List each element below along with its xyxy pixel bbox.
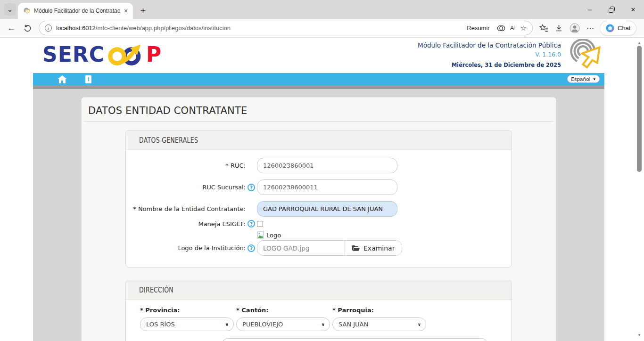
scroll-down-icon[interactable]: ▼ (636, 332, 643, 338)
help-icon[interactable]: ? (248, 184, 255, 191)
vertical-scrollbar[interactable]: ▲ ▼ (636, 38, 643, 341)
sercop-logo-text: SER (42, 42, 89, 66)
copilot-chat-button[interactable]: Chat (600, 21, 636, 35)
canton-label: * Cantón: (236, 307, 330, 314)
browser-tab-active[interactable]: Módulo Facilitador de la Contratación Pú… (18, 3, 133, 19)
restore-button[interactable] (601, 0, 622, 19)
ruc-input[interactable] (257, 158, 397, 173)
copilot-icon (606, 24, 614, 32)
chevron-down-icon: ∨ (322, 322, 325, 327)
app-version: V. 1.16.0 (418, 51, 561, 58)
logo-filename: LOGO GAD.jpg (257, 241, 345, 255)
main-panel: DATOS ENTIDAD CONTRATANTE DATOS GENERALE… (81, 97, 556, 341)
logo-preview-row: Logo (257, 231, 512, 239)
folder-icon (352, 245, 360, 251)
minimize-button[interactable]: ─ (579, 0, 601, 19)
read-aloud-icon[interactable]: A⁾ (510, 24, 516, 32)
page-content: DATOS ENTIDAD CONTRATANTE DATOS GENERALE… (33, 89, 604, 341)
nombre-label: * Nombre de la Entidad Contratante: (126, 205, 246, 212)
chevron-down-icon: ∨ (593, 77, 596, 81)
chevron-down-icon: ∨ (225, 322, 229, 327)
download-icon[interactable] (555, 24, 563, 32)
page-title: DATOS ENTIDAD CONTRATANTE (88, 105, 549, 116)
help-icon[interactable]: ? (248, 220, 255, 227)
new-tab-button[interactable]: + (140, 6, 146, 15)
parroquia-value: SAN JUAN (339, 321, 368, 328)
address-bar[interactable]: i localhost:6012/mfc-cliente/web/app.php… (39, 21, 533, 35)
resumir-button[interactable]: Resumir (467, 24, 489, 32)
chevron-down-icon: ⌄ (7, 6, 13, 13)
page-viewport: SERC P Módulo Facilitador de la Contrata… (0, 38, 644, 341)
parroquia-select[interactable]: SAN JUAN ∨ (332, 317, 426, 331)
browser-titlebar: ⌄ Módulo Facilitador de la Contratación … (0, 0, 644, 19)
ruc-sucursal-input[interactable] (257, 179, 397, 195)
site-info-icon[interactable]: i (45, 24, 52, 32)
url-text: localhost:6012/mfc-cliente/web/app.php/p… (56, 24, 231, 32)
scrollbar-thumb[interactable] (637, 46, 642, 172)
restore-icon (609, 7, 615, 13)
direccion-card: DIRECCIÓN * Provincia: LOS RÍOS ∨ (125, 280, 512, 341)
direccion-header: DIRECCIÓN (126, 280, 512, 300)
sercop-logo: SERC P (42, 42, 162, 66)
logo-row: Logo de la Institución: ? LOGO GAD.jpg (126, 240, 512, 256)
broken-image-icon (257, 231, 266, 239)
language-value: Español (571, 76, 590, 82)
chat-label: Chat (618, 24, 630, 32)
esigef-label: Maneja ESIGEF: (126, 220, 246, 227)
language-select[interactable]: Español ∨ (567, 75, 600, 83)
ruc-sucursal-row: RUC Sucursal: ? (126, 179, 512, 195)
favorites-icon[interactable] (539, 24, 548, 32)
parroquia-label: * Parroquia: (332, 307, 426, 314)
ruc-row: * RUC: (126, 158, 512, 173)
favorite-star-icon[interactable]: ☆ (520, 24, 527, 32)
app-header: SERC P Módulo Facilitador de la Contrata… (33, 38, 604, 73)
scroll-up-icon[interactable]: ▲ (636, 40, 643, 46)
app-date: Miércoles, 31 de Diciembre de 2025 (418, 62, 561, 68)
examinar-label: Examinar (363, 244, 395, 252)
tab-search-button[interactable]: ⌄ (4, 3, 16, 16)
refresh-icon[interactable] (22, 24, 33, 32)
sercop-logo-rings-icon (104, 43, 148, 66)
home-icon[interactable] (58, 75, 67, 83)
ruc-label: * RUC: (126, 162, 246, 169)
canton-value: PUEBLOVIEJO (242, 321, 283, 328)
chevron-down-icon: ∨ (418, 322, 421, 327)
datos-generales-header: DATOS GENERALES (126, 130, 512, 150)
ruc-sucursal-label: RUC Sucursal: (126, 184, 246, 191)
section-title: DATOS GENERALES (139, 136, 198, 145)
app-title: Módulo Facilitador de la Contratación Pú… (418, 41, 561, 49)
esigef-checkbox[interactable] (257, 221, 263, 227)
logo-label: Logo de la Institución: (126, 244, 246, 252)
tab-close-icon[interactable]: ✕ (122, 7, 130, 15)
provincia-label: * Provincia: (140, 307, 234, 314)
logo-alt-text: Logo (266, 232, 281, 239)
back-icon[interactable]: ← (6, 23, 17, 33)
examinar-button[interactable]: Examinar (345, 241, 402, 255)
logo-file-input[interactable]: LOGO GAD.jpg Examinar (257, 240, 402, 256)
provincia-field: * Provincia: LOS RÍOS ∨ (140, 307, 234, 331)
canton-select[interactable]: PUEBLOVIEJO ∨ (236, 317, 330, 331)
profile-avatar[interactable] (570, 23, 580, 33)
provincia-value: LOS RÍOS (146, 321, 175, 328)
divider-strip (33, 85, 604, 89)
copilot-outline-icon[interactable] (497, 24, 505, 32)
calle-row: * Calle principal: (140, 338, 497, 341)
settings-more-icon[interactable]: ⋯ (586, 24, 594, 32)
tab-favicon-icon (23, 7, 30, 15)
info-icon[interactable]: i (85, 75, 91, 83)
section-title: DIRECCIÓN (139, 285, 173, 294)
url-host: localhost:6012 (56, 24, 96, 32)
nombre-entidad-input[interactable] (257, 201, 397, 217)
esigef-row: Maneja ESIGEF: ? (126, 220, 512, 227)
nombre-row: * Nombre de la Entidad Contratante: (126, 201, 512, 217)
calle-principal-input[interactable] (222, 338, 488, 341)
help-icon[interactable]: ? (248, 244, 255, 252)
tab-title: Módulo Facilitador de la Contratación Pú… (34, 8, 120, 14)
canton-field: * Cantón: PUEBLOVIEJO ∨ (236, 307, 330, 331)
app-navbar: i Español ∨ (33, 73, 604, 85)
browser-window: ⌄ Módulo Facilitador de la Contratación … (0, 0, 644, 341)
close-window-button[interactable]: ✕ (622, 0, 644, 19)
provincia-select[interactable]: LOS RÍOS ∨ (140, 317, 234, 331)
mfc-logo-icon (563, 39, 604, 69)
url-path: /mfc-cliente/web/app.php/pliegos/datos/i… (96, 24, 231, 32)
